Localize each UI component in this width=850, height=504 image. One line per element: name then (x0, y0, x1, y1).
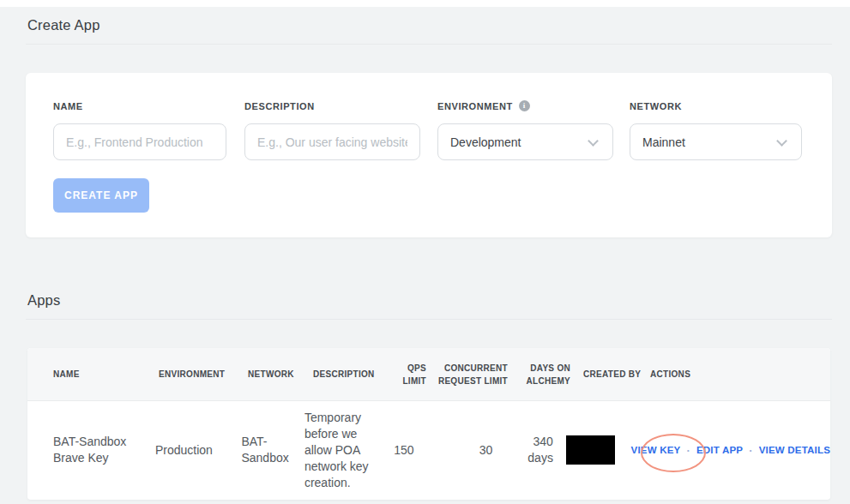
view-key-link[interactable]: VIEW KEY (631, 442, 681, 459)
column-header-actions: ACTIONS (650, 368, 830, 381)
apps-table: NAME ENVIRONMENT NETWORK DESCRIPTION QPS… (27, 348, 830, 500)
chevron-down-icon (776, 135, 787, 147)
app-network-cell: BAT-Sandbox (241, 434, 304, 466)
app-environment-cell: Production (155, 442, 242, 459)
table-header-row: NAME ENVIRONMENT NETWORK DESCRIPTION QPS… (27, 348, 830, 401)
name-label: NAME (53, 100, 226, 111)
link-separator: · (686, 442, 690, 459)
network-field-group: NETWORK Mainnet (630, 100, 802, 160)
column-header-created-by: CREATED BY (570, 368, 644, 381)
environment-field-group: ENVIRONMENT Development (437, 100, 613, 160)
column-header-qps-limit: QPS LIMIT (399, 362, 426, 387)
app-actions-cell: VIEW KEY · EDIT APP · VIEW DETAILS (631, 442, 830, 459)
environment-select[interactable]: Development (437, 123, 613, 160)
description-label: DESCRIPTION (244, 100, 420, 111)
table-row: BAT-Sandbox Brave Key Production BAT-San… (27, 401, 830, 499)
app-name: BAT-Sandbox Brave Key (53, 435, 126, 465)
description-field-group: DESCRIPTION (244, 100, 420, 160)
environment-select-value: Development (450, 135, 521, 149)
network-select[interactable]: Mainnet (630, 123, 802, 160)
days-on-alchemy-value: 340 days (517, 434, 553, 466)
name-field-group: NAME (53, 100, 226, 160)
environment-label-text: ENVIRONMENT (437, 101, 513, 111)
app-concurrent-request-limit-cell: 30 (414, 442, 493, 459)
created-by-redaction-box (566, 435, 615, 465)
environment-label: ENVIRONMENT (437, 100, 613, 111)
actions-links: VIEW KEY · EDIT APP · VIEW DETAILS (631, 442, 830, 459)
info-icon[interactable] (519, 100, 530, 111)
column-header-name: NAME (53, 368, 159, 381)
create-app-form-card: NAME DESCRIPTION ENVIRONMENT Development… (26, 73, 832, 237)
topbar-strip (0, 0, 850, 7)
column-header-days-on-alchemy: DAYS ON ALCHEMY (508, 362, 570, 387)
network-select-value: Mainnet (642, 135, 685, 149)
name-input[interactable] (53, 123, 226, 160)
description-input[interactable] (244, 123, 420, 160)
apps-divider (26, 319, 832, 320)
view-details-link[interactable]: VIEW DETAILS (759, 442, 830, 459)
create-app-title: Create App (27, 17, 100, 33)
column-header-network: NETWORK (248, 368, 313, 381)
app-created-by-cell (553, 435, 625, 465)
apps-title: Apps (27, 292, 60, 309)
app-qps-limit-cell: 150 (388, 442, 414, 459)
chevron-down-icon (588, 135, 599, 147)
column-header-concurrent-request-limit: CONCURRENT REQUEST LIMIT (426, 362, 508, 387)
column-header-description: DESCRIPTION (313, 368, 399, 381)
create-app-button[interactable]: CREATE APP (53, 178, 149, 213)
app-name-cell: BAT-Sandbox Brave Key (53, 434, 155, 466)
column-header-environment: ENVIRONMENT (159, 368, 248, 381)
create-app-divider (26, 44, 832, 45)
edit-app-link[interactable]: EDIT APP (696, 442, 743, 459)
link-separator: · (749, 442, 753, 459)
network-label: NETWORK (630, 100, 802, 111)
app-description-cell: Temporary before we allow POA network ke… (304, 410, 388, 491)
app-network: BAT-Sandbox (241, 435, 288, 465)
app-days-on-alchemy-cell: 340 days (492, 434, 553, 466)
